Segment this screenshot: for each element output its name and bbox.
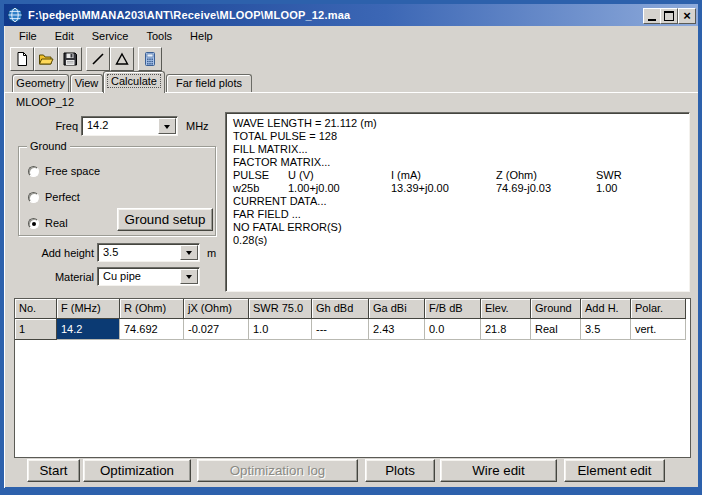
calculation-log[interactable]: WAVE LENGTH = 21.112 (m)TOTAL PULSE = 12…	[225, 112, 690, 292]
table-cell[interactable]: 2.43	[369, 319, 425, 340]
tab-calculate[interactable]: Calculate	[103, 71, 165, 93]
new-file-button[interactable]	[10, 47, 34, 71]
maximize-button[interactable]	[660, 8, 678, 24]
table-cell[interactable]: 74.692	[120, 319, 184, 340]
tab-label: Calculate	[108, 75, 160, 87]
log-line: FILL MATRIX...	[233, 143, 689, 156]
save-file-button[interactable]	[58, 47, 82, 71]
table-cell[interactable]: 14.2	[57, 319, 120, 340]
start-button[interactable]: Start	[27, 459, 80, 482]
table-header-cell-ga-dbi: Ga dBi	[369, 299, 425, 319]
calculator-icon	[142, 51, 158, 67]
table-header-cell-elev: Elev.	[481, 299, 531, 319]
add-height-unit-label: m	[207, 247, 216, 259]
tab-label: Far field plots	[176, 77, 242, 89]
material-combobox[interactable]: Cu pipe	[97, 267, 200, 286]
add-height-value: 3.5	[103, 246, 181, 259]
freq-combobox[interactable]: 14.2	[81, 116, 178, 136]
table-row-header[interactable]: 1	[15, 319, 57, 340]
material-dropdown-button[interactable]	[180, 269, 198, 284]
freq-dropdown-button[interactable]	[158, 118, 176, 134]
radio-real[interactable]: Real	[28, 217, 68, 229]
menubar: FileEditServiceToolsHelp	[4, 27, 702, 46]
log-col: U (V)	[288, 169, 314, 182]
tab-geometry[interactable]: Geometry	[12, 74, 69, 92]
tab-view[interactable]: View	[70, 74, 103, 92]
plots-button[interactable]: Plots	[365, 459, 435, 482]
maximize-icon	[664, 11, 674, 21]
tab-label: View	[75, 77, 99, 89]
table-header-cell-jx-ohm: jX (Ohm)	[184, 299, 249, 319]
add-height-dropdown-button[interactable]	[180, 245, 198, 260]
radio-perfect[interactable]: Perfect	[28, 191, 80, 203]
app-icon[interactable]	[7, 7, 23, 23]
table-cell[interactable]: -0.027	[184, 319, 249, 340]
close-button[interactable]: ×	[678, 8, 696, 24]
new-file-icon	[14, 51, 30, 67]
table-header-cell-polar: Polar.	[631, 299, 686, 319]
table-cell[interactable]: vert.	[631, 319, 686, 340]
freq-value: 14.2	[87, 119, 159, 133]
minimize-icon	[648, 19, 656, 21]
wire-edit-button[interactable]: Wire edit	[440, 459, 557, 482]
triangle-tool-button[interactable]	[110, 47, 134, 71]
ground-setup-button[interactable]: Ground setup	[117, 208, 213, 231]
table-cell[interactable]: 3.5	[581, 319, 631, 340]
calculator-button[interactable]	[138, 47, 162, 71]
ground-groupbox-legend: Ground	[27, 140, 70, 152]
table-header-cell-gh-dbd: Gh dBd	[312, 299, 369, 319]
add-height-combobox[interactable]: 3.5	[97, 243, 200, 262]
close-icon: ×	[683, 11, 691, 21]
toolbar	[4, 46, 698, 71]
open-file-button[interactable]	[34, 47, 58, 71]
optimization-log-button: Optimization log	[197, 459, 358, 482]
material-value: Cu pipe	[103, 270, 181, 283]
radio-label: Real	[45, 217, 68, 229]
tab-far-field-plots[interactable]: Far field plots	[166, 74, 252, 92]
radio-label: Free space	[45, 165, 100, 177]
chevron-down-icon	[186, 275, 192, 282]
line-tool-button[interactable]	[86, 47, 110, 71]
menu-item-service[interactable]: Service	[83, 28, 138, 45]
log-line: CURRENT DATA...	[233, 195, 689, 208]
table-cell[interactable]: ---	[312, 319, 369, 340]
radio-free-space[interactable]: Free space	[28, 165, 100, 177]
window-body: F:\рефер\MMANA203\ANT\Receive\MLOOP\MLOO…	[4, 4, 698, 487]
line-tool-icon	[90, 51, 106, 67]
element-edit-button[interactable]: Element edit	[564, 459, 665, 482]
results-table: No.F (MHz)R (Ohm)jX (Ohm)SWR 75.0Gh dBdG…	[14, 298, 691, 458]
chevron-down-icon	[186, 251, 192, 258]
menu-item-edit[interactable]: Edit	[46, 28, 83, 45]
freq-label: Freq	[34, 120, 78, 132]
freq-unit-label: MHz	[186, 120, 209, 132]
app-window: F:\рефер\MMANA203\ANT\Receive\MLOOP\MLOO…	[0, 0, 702, 495]
table-header-cell-f-b-db: F/B dB	[425, 299, 481, 319]
minimize-button[interactable]	[643, 8, 661, 24]
table-header-cell-r-ohm: R (Ohm)	[120, 299, 184, 319]
table-header-cell-no: No.	[15, 299, 57, 319]
titlebar: F:\рефер\MMANA203\ANT\Receive\MLOOP\MLOO…	[4, 4, 698, 26]
menu-item-file[interactable]: File	[10, 28, 46, 45]
table-cell[interactable]: 1.0	[249, 319, 312, 340]
table-cell[interactable]: 21.8	[481, 319, 531, 340]
menu-item-help[interactable]: Help	[181, 28, 222, 45]
table-header-cell-add-h: Add H.	[581, 299, 631, 319]
save-file-icon	[62, 51, 78, 67]
table-cell[interactable]: Real	[531, 319, 581, 340]
chevron-down-icon	[164, 125, 170, 132]
model-name-label: MLOOP_12	[16, 96, 74, 108]
triangle-tool-icon	[114, 51, 130, 67]
log-col: 13.39+j0.00	[391, 182, 449, 195]
tab-label: Geometry	[16, 77, 64, 89]
menu-item-tools[interactable]: Tools	[137, 28, 181, 45]
log-line-pulse-row: w25b1.00+j0.0013.39+j0.0074.69-j0.031.00	[233, 182, 689, 195]
log-col: SWR	[596, 169, 622, 182]
table-header-cell-swr-75-0: SWR 75.0	[249, 299, 312, 319]
radio-button-icon	[28, 166, 39, 177]
log-line-pulse-header: PULSEU (V)I (mA)Z (Ohm)SWR	[233, 169, 689, 182]
log-col: Z (Ohm)	[496, 169, 537, 182]
log-col: 1.00+j0.00	[288, 182, 340, 195]
optimization-button[interactable]: Optimization	[83, 459, 191, 482]
open-file-icon	[38, 51, 54, 67]
table-cell[interactable]: 0.0	[425, 319, 481, 340]
